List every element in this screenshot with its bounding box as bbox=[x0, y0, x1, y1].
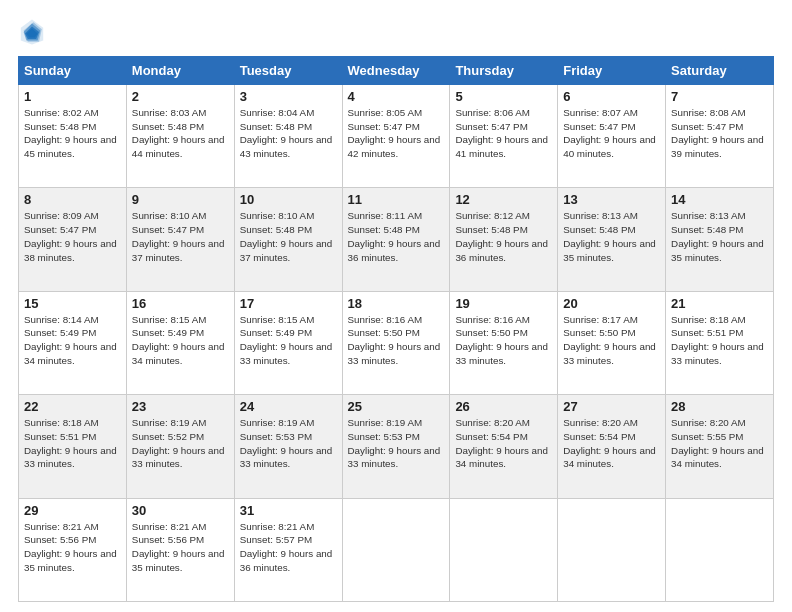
day-info: Sunrise: 8:10 AMSunset: 5:48 PMDaylight:… bbox=[240, 209, 337, 264]
calendar-cell bbox=[450, 498, 558, 601]
day-info: Sunrise: 8:20 AMSunset: 5:54 PMDaylight:… bbox=[455, 416, 552, 471]
day-info: Sunrise: 8:21 AMSunset: 5:56 PMDaylight:… bbox=[24, 520, 121, 575]
calendar-cell: 8Sunrise: 8:09 AMSunset: 5:47 PMDaylight… bbox=[19, 188, 127, 291]
day-info: Sunrise: 8:19 AMSunset: 5:53 PMDaylight:… bbox=[348, 416, 445, 471]
day-info: Sunrise: 8:18 AMSunset: 5:51 PMDaylight:… bbox=[24, 416, 121, 471]
calendar-cell: 18Sunrise: 8:16 AMSunset: 5:50 PMDayligh… bbox=[342, 291, 450, 394]
day-number: 6 bbox=[563, 89, 660, 104]
day-number: 15 bbox=[24, 296, 121, 311]
calendar-cell: 13Sunrise: 8:13 AMSunset: 5:48 PMDayligh… bbox=[558, 188, 666, 291]
calendar-cell: 7Sunrise: 8:08 AMSunset: 5:47 PMDaylight… bbox=[666, 85, 774, 188]
day-number: 17 bbox=[240, 296, 337, 311]
day-number: 12 bbox=[455, 192, 552, 207]
weekday-monday: Monday bbox=[126, 57, 234, 85]
logo-icon bbox=[18, 18, 46, 46]
day-number: 13 bbox=[563, 192, 660, 207]
day-info: Sunrise: 8:07 AMSunset: 5:47 PMDaylight:… bbox=[563, 106, 660, 161]
day-number: 8 bbox=[24, 192, 121, 207]
day-number: 21 bbox=[671, 296, 768, 311]
page: SundayMondayTuesdayWednesdayThursdayFrid… bbox=[0, 0, 792, 612]
calendar-cell: 10Sunrise: 8:10 AMSunset: 5:48 PMDayligh… bbox=[234, 188, 342, 291]
day-info: Sunrise: 8:10 AMSunset: 5:47 PMDaylight:… bbox=[132, 209, 229, 264]
day-number: 11 bbox=[348, 192, 445, 207]
day-info: Sunrise: 8:13 AMSunset: 5:48 PMDaylight:… bbox=[563, 209, 660, 264]
calendar-week-1: 1Sunrise: 8:02 AMSunset: 5:48 PMDaylight… bbox=[19, 85, 774, 188]
day-number: 14 bbox=[671, 192, 768, 207]
calendar-cell bbox=[558, 498, 666, 601]
calendar-cell: 1Sunrise: 8:02 AMSunset: 5:48 PMDaylight… bbox=[19, 85, 127, 188]
calendar-week-4: 22Sunrise: 8:18 AMSunset: 5:51 PMDayligh… bbox=[19, 395, 774, 498]
day-info: Sunrise: 8:15 AMSunset: 5:49 PMDaylight:… bbox=[132, 313, 229, 368]
day-number: 3 bbox=[240, 89, 337, 104]
day-info: Sunrise: 8:11 AMSunset: 5:48 PMDaylight:… bbox=[348, 209, 445, 264]
calendar-week-5: 29Sunrise: 8:21 AMSunset: 5:56 PMDayligh… bbox=[19, 498, 774, 601]
day-number: 28 bbox=[671, 399, 768, 414]
day-info: Sunrise: 8:20 AMSunset: 5:54 PMDaylight:… bbox=[563, 416, 660, 471]
day-number: 16 bbox=[132, 296, 229, 311]
day-number: 30 bbox=[132, 503, 229, 518]
day-info: Sunrise: 8:16 AMSunset: 5:50 PMDaylight:… bbox=[455, 313, 552, 368]
calendar-week-2: 8Sunrise: 8:09 AMSunset: 5:47 PMDaylight… bbox=[19, 188, 774, 291]
day-info: Sunrise: 8:03 AMSunset: 5:48 PMDaylight:… bbox=[132, 106, 229, 161]
day-number: 23 bbox=[132, 399, 229, 414]
calendar-cell: 2Sunrise: 8:03 AMSunset: 5:48 PMDaylight… bbox=[126, 85, 234, 188]
weekday-header-row: SundayMondayTuesdayWednesdayThursdayFrid… bbox=[19, 57, 774, 85]
calendar-cell: 23Sunrise: 8:19 AMSunset: 5:52 PMDayligh… bbox=[126, 395, 234, 498]
day-number: 26 bbox=[455, 399, 552, 414]
calendar-cell: 17Sunrise: 8:15 AMSunset: 5:49 PMDayligh… bbox=[234, 291, 342, 394]
day-number: 1 bbox=[24, 89, 121, 104]
calendar-cell: 29Sunrise: 8:21 AMSunset: 5:56 PMDayligh… bbox=[19, 498, 127, 601]
day-number: 9 bbox=[132, 192, 229, 207]
calendar-cell: 19Sunrise: 8:16 AMSunset: 5:50 PMDayligh… bbox=[450, 291, 558, 394]
day-number: 18 bbox=[348, 296, 445, 311]
day-number: 31 bbox=[240, 503, 337, 518]
day-number: 25 bbox=[348, 399, 445, 414]
day-number: 19 bbox=[455, 296, 552, 311]
calendar-cell bbox=[342, 498, 450, 601]
day-number: 24 bbox=[240, 399, 337, 414]
weekday-tuesday: Tuesday bbox=[234, 57, 342, 85]
calendar-cell: 22Sunrise: 8:18 AMSunset: 5:51 PMDayligh… bbox=[19, 395, 127, 498]
calendar-cell: 5Sunrise: 8:06 AMSunset: 5:47 PMDaylight… bbox=[450, 85, 558, 188]
day-number: 2 bbox=[132, 89, 229, 104]
calendar-cell: 27Sunrise: 8:20 AMSunset: 5:54 PMDayligh… bbox=[558, 395, 666, 498]
weekday-wednesday: Wednesday bbox=[342, 57, 450, 85]
weekday-saturday: Saturday bbox=[666, 57, 774, 85]
calendar-cell: 16Sunrise: 8:15 AMSunset: 5:49 PMDayligh… bbox=[126, 291, 234, 394]
weekday-sunday: Sunday bbox=[19, 57, 127, 85]
calendar-cell: 3Sunrise: 8:04 AMSunset: 5:48 PMDaylight… bbox=[234, 85, 342, 188]
day-info: Sunrise: 8:14 AMSunset: 5:49 PMDaylight:… bbox=[24, 313, 121, 368]
day-number: 29 bbox=[24, 503, 121, 518]
calendar-cell: 15Sunrise: 8:14 AMSunset: 5:49 PMDayligh… bbox=[19, 291, 127, 394]
day-info: Sunrise: 8:12 AMSunset: 5:48 PMDaylight:… bbox=[455, 209, 552, 264]
calendar-cell: 14Sunrise: 8:13 AMSunset: 5:48 PMDayligh… bbox=[666, 188, 774, 291]
day-info: Sunrise: 8:05 AMSunset: 5:47 PMDaylight:… bbox=[348, 106, 445, 161]
day-info: Sunrise: 8:19 AMSunset: 5:53 PMDaylight:… bbox=[240, 416, 337, 471]
day-info: Sunrise: 8:17 AMSunset: 5:50 PMDaylight:… bbox=[563, 313, 660, 368]
day-number: 10 bbox=[240, 192, 337, 207]
calendar-cell: 11Sunrise: 8:11 AMSunset: 5:48 PMDayligh… bbox=[342, 188, 450, 291]
calendar-cell: 24Sunrise: 8:19 AMSunset: 5:53 PMDayligh… bbox=[234, 395, 342, 498]
day-info: Sunrise: 8:02 AMSunset: 5:48 PMDaylight:… bbox=[24, 106, 121, 161]
day-info: Sunrise: 8:09 AMSunset: 5:47 PMDaylight:… bbox=[24, 209, 121, 264]
day-number: 22 bbox=[24, 399, 121, 414]
weekday-thursday: Thursday bbox=[450, 57, 558, 85]
day-number: 20 bbox=[563, 296, 660, 311]
day-info: Sunrise: 8:08 AMSunset: 5:47 PMDaylight:… bbox=[671, 106, 768, 161]
calendar-cell bbox=[666, 498, 774, 601]
calendar-cell: 30Sunrise: 8:21 AMSunset: 5:56 PMDayligh… bbox=[126, 498, 234, 601]
weekday-friday: Friday bbox=[558, 57, 666, 85]
logo bbox=[18, 18, 50, 46]
calendar-cell: 26Sunrise: 8:20 AMSunset: 5:54 PMDayligh… bbox=[450, 395, 558, 498]
calendar-cell: 12Sunrise: 8:12 AMSunset: 5:48 PMDayligh… bbox=[450, 188, 558, 291]
day-number: 4 bbox=[348, 89, 445, 104]
header bbox=[18, 18, 774, 46]
calendar-cell: 21Sunrise: 8:18 AMSunset: 5:51 PMDayligh… bbox=[666, 291, 774, 394]
day-info: Sunrise: 8:19 AMSunset: 5:52 PMDaylight:… bbox=[132, 416, 229, 471]
calendar-cell: 31Sunrise: 8:21 AMSunset: 5:57 PMDayligh… bbox=[234, 498, 342, 601]
day-number: 27 bbox=[563, 399, 660, 414]
calendar-cell: 9Sunrise: 8:10 AMSunset: 5:47 PMDaylight… bbox=[126, 188, 234, 291]
calendar-week-3: 15Sunrise: 8:14 AMSunset: 5:49 PMDayligh… bbox=[19, 291, 774, 394]
day-info: Sunrise: 8:15 AMSunset: 5:49 PMDaylight:… bbox=[240, 313, 337, 368]
day-info: Sunrise: 8:06 AMSunset: 5:47 PMDaylight:… bbox=[455, 106, 552, 161]
